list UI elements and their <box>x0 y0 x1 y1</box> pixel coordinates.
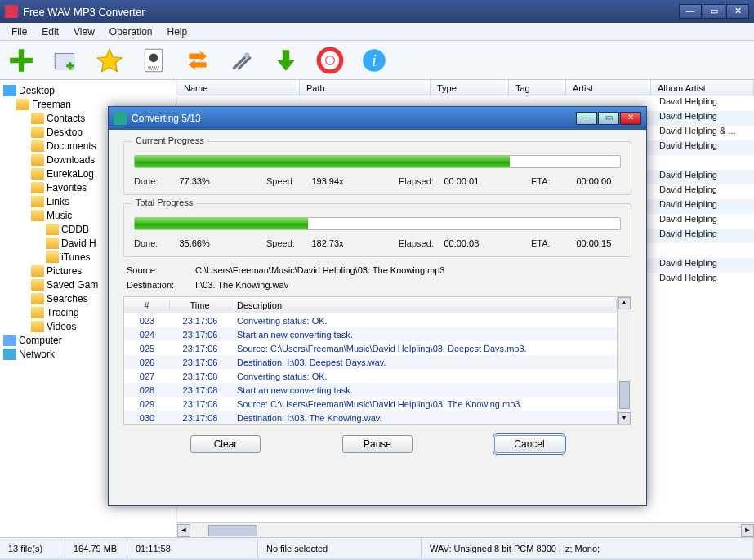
log-desc: Source: C:\Users\Freeman\Music\David Hel… <box>230 399 617 409</box>
tree-item-label: EurekaLog <box>47 168 94 180</box>
close-button[interactable]: ✕ <box>726 4 749 19</box>
album-artist-cell: David Helpling <box>659 258 749 268</box>
settings-icon[interactable] <box>227 46 257 75</box>
log-row[interactable]: 02923:17:08Source: C:\Users\Freeman\Musi… <box>124 397 617 411</box>
log-row[interactable]: 02823:17:08Start an new converting task. <box>124 383 617 397</box>
col-name[interactable]: Name <box>177 80 300 96</box>
output-format-icon[interactable]: WAV <box>139 46 168 75</box>
col-album-artist[interactable]: Album Artist <box>651 80 754 96</box>
folder-icon <box>31 265 44 277</box>
scroll-left-icon[interactable]: ◄ <box>177 524 190 537</box>
log-col-num[interactable]: # <box>124 300 170 310</box>
folder-icon <box>31 127 44 138</box>
log-row[interactable]: 02423:17:06Start an new converting task. <box>124 327 617 341</box>
tree-item-label: Links <box>47 196 69 207</box>
add-file-icon[interactable] <box>7 46 36 75</box>
clear-button[interactable]: Clear <box>190 435 261 453</box>
done-label: Done: <box>134 176 174 186</box>
cancel-button[interactable]: Cancel <box>494 435 564 453</box>
computer-icon <box>3 335 16 346</box>
current-progress-bar <box>134 155 621 168</box>
elapsed-label-2: Elapsed: <box>399 238 439 248</box>
folder-icon <box>31 182 44 193</box>
col-type[interactable]: Type <box>431 80 509 96</box>
eta-label-2: ETA: <box>531 238 571 248</box>
scroll-right-icon[interactable]: ► <box>741 524 754 537</box>
scroll-up-icon[interactable]: ▲ <box>618 297 631 309</box>
convert-icon[interactable] <box>183 46 212 75</box>
list-header[interactable]: Name Path Type Tag Artist Album Artist <box>177 80 754 96</box>
statusbar: 13 file(s) 164.79 MB 01:11:58 No file se… <box>0 537 754 558</box>
menubar: File Edit View Operation Help <box>0 23 754 41</box>
col-tag[interactable]: Tag <box>509 80 566 96</box>
tree-item-label: Pictures <box>47 265 82 277</box>
add-folder-icon[interactable] <box>51 46 80 75</box>
log-vertical-scrollbar[interactable]: ▲ ▼ <box>617 297 631 424</box>
tree-item-label: Freeman <box>32 99 71 110</box>
col-artist[interactable]: Artist <box>566 80 651 96</box>
tree-item-label: Contacts <box>47 113 85 124</box>
app-icon <box>5 5 18 18</box>
album-artist-cell: David Helpling <box>659 96 749 106</box>
help-life-icon[interactable] <box>315 46 345 75</box>
current-progress-label: Current Progress <box>132 136 207 145</box>
folder-icon <box>31 168 44 180</box>
total-progress-bar <box>134 217 621 230</box>
maximize-button[interactable]: ▭ <box>703 4 725 19</box>
app-title: Free WAV MP3 Converter <box>23 6 678 18</box>
tree-item-label: Music <box>47 210 72 221</box>
log-desc: Converting status: OK. <box>230 371 617 381</box>
log-desc: Destination: I:\03. Deepest Days.wav. <box>230 358 617 367</box>
log-row[interactable]: 02323:17:06Converting status: OK. <box>124 313 617 327</box>
dialog-titlebar[interactable]: Converting 5/13 — ▭ ✕ <box>109 107 646 130</box>
log-desc: Source: C:\Users\Freeman\Music\David Hel… <box>230 344 617 353</box>
converting-dialog: Converting 5/13 — ▭ ✕ Current Progress D… <box>108 106 647 506</box>
tree-item[interactable]: Desktop <box>2 83 174 97</box>
col-path[interactable]: Path <box>300 80 431 96</box>
dialog-close-button[interactable]: ✕ <box>620 112 641 125</box>
dialog-icon <box>114 112 127 125</box>
tree-item-label: Network <box>19 349 55 360</box>
done-label-2: Done: <box>134 238 174 248</box>
download-icon[interactable] <box>271 46 301 75</box>
minimize-button[interactable]: — <box>679 4 702 19</box>
log-time: 23:17:08 <box>170 385 230 395</box>
current-eta-value: 00:00:00 <box>576 176 621 186</box>
log-col-desc[interactable]: Description <box>230 300 617 310</box>
svg-text:i: i <box>372 51 377 70</box>
log-list[interactable]: # Time Description 02323:17:06Converting… <box>123 296 631 425</box>
menu-file[interactable]: File <box>5 24 33 39</box>
dialog-minimize-button[interactable]: — <box>576 112 597 125</box>
folder-icon <box>46 224 59 235</box>
dialog-maximize-button[interactable]: ▭ <box>598 112 619 125</box>
svg-point-6 <box>326 56 335 64</box>
log-row[interactable]: 02723:17:08Converting status: OK. <box>124 369 617 383</box>
menu-help[interactable]: Help <box>161 24 194 39</box>
source-label: Source: <box>127 265 195 275</box>
menu-view[interactable]: View <box>67 24 101 39</box>
scroll-thumb[interactable] <box>208 525 257 536</box>
favorite-icon[interactable] <box>95 46 124 75</box>
folder-icon <box>31 154 44 166</box>
scroll-thumb-v[interactable] <box>619 381 630 409</box>
menu-operation[interactable]: Operation <box>103 24 159 39</box>
total-elapsed-value: 00:00:08 <box>444 238 489 248</box>
toolbar: WAV i <box>0 41 754 80</box>
total-progress-label: Total Progress <box>132 198 196 207</box>
log-num: 025 <box>124 344 170 353</box>
log-desc: Converting status: OK. <box>230 316 617 326</box>
pause-button[interactable]: Pause <box>342 435 413 453</box>
log-row[interactable]: 02623:17:06Destination: I:\03. Deepest D… <box>124 355 617 369</box>
album-artist-cell: David Helpling <box>659 170 749 180</box>
log-num: 026 <box>124 358 170 367</box>
menu-edit[interactable]: Edit <box>35 24 65 39</box>
log-desc: Start an new converting task. <box>230 385 617 395</box>
log-time: 23:17:08 <box>170 371 230 381</box>
scroll-down-icon[interactable]: ▼ <box>618 412 631 424</box>
horizontal-scrollbar[interactable]: ◄ ► <box>177 522 754 537</box>
log-row[interactable]: 02523:17:06Source: C:\Users\Freeman\Musi… <box>124 341 617 355</box>
log-col-time[interactable]: Time <box>170 300 230 310</box>
info-icon[interactable]: i <box>359 46 389 75</box>
status-selection: No file selected <box>258 538 422 558</box>
log-row[interactable]: 03023:17:08Destination: I:\03. The Knowi… <box>124 411 617 424</box>
